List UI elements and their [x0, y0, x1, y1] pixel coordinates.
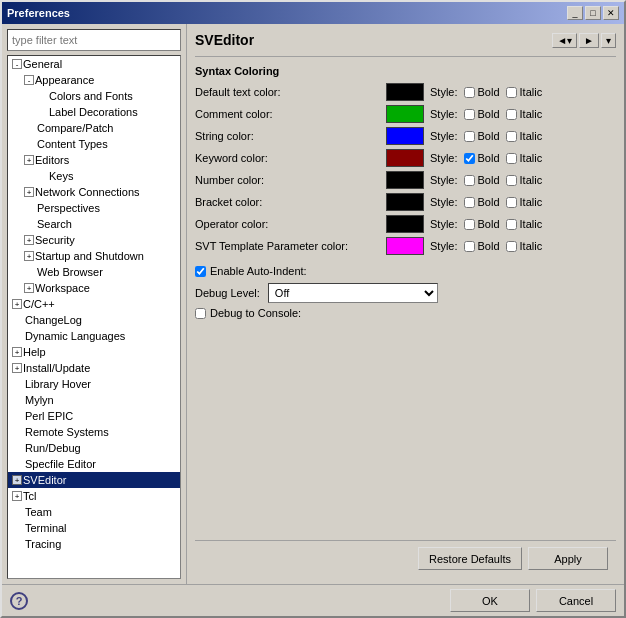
expand-icon[interactable]: +: [12, 299, 22, 309]
tree-item-label-decorations[interactable]: Label Decorations: [8, 104, 180, 120]
tree-item-tcl[interactable]: + Tcl: [8, 488, 180, 504]
ok-button[interactable]: OK: [450, 589, 530, 612]
expand-icon[interactable]: -: [12, 59, 22, 69]
tree-item-content-types[interactable]: Content Types: [8, 136, 180, 152]
color-swatch-bracket[interactable]: [386, 193, 424, 211]
expand-icon[interactable]: -: [24, 75, 34, 85]
italic-checkbox[interactable]: [506, 197, 517, 208]
auto-indent-checkbox[interactable]: [195, 266, 206, 277]
restore-defaults-button[interactable]: Restore Defaults: [418, 547, 522, 570]
tree-label: Appearance: [35, 74, 94, 86]
expand-icon[interactable]: +: [12, 491, 22, 501]
auto-indent-row: Enable Auto-Indent:: [195, 265, 616, 277]
tree-label: Workspace: [35, 282, 90, 294]
tree-item-search[interactable]: Search: [8, 216, 180, 232]
tree-item-help[interactable]: + Help: [8, 344, 180, 360]
forward-button[interactable]: ►: [579, 33, 599, 48]
minimize-button[interactable]: _: [567, 6, 583, 20]
tree-item-workspace[interactable]: + Workspace: [8, 280, 180, 296]
tree-item-install-update[interactable]: + Install/Update: [8, 360, 180, 376]
tree-item-tracing[interactable]: Tracing: [8, 536, 180, 552]
tree-item-library-hover[interactable]: Library Hover: [8, 376, 180, 392]
italic-checkbox[interactable]: [506, 241, 517, 252]
tree-item-web-browser[interactable]: Web Browser: [8, 264, 180, 280]
dropdown-button[interactable]: ▾: [601, 33, 616, 48]
italic-checkbox[interactable]: [506, 109, 517, 120]
help-icon[interactable]: ?: [10, 592, 28, 610]
bold-checkbox[interactable]: [464, 131, 475, 142]
style-label: Style:: [430, 86, 458, 98]
tree-item-terminal[interactable]: Terminal: [8, 520, 180, 536]
tree-item-startup-shutdown[interactable]: + Startup and Shutdown: [8, 248, 180, 264]
back-button[interactable]: ◄▾: [552, 33, 577, 48]
expand-icon[interactable]: +: [24, 235, 34, 245]
color-swatch-string[interactable]: [386, 127, 424, 145]
expand-icon[interactable]: +: [24, 283, 34, 293]
color-swatch-keyword[interactable]: [386, 149, 424, 167]
bold-checkbox[interactable]: [464, 241, 475, 252]
apply-button[interactable]: Apply: [528, 547, 608, 570]
filter-input[interactable]: [7, 29, 181, 51]
tree-item-keys[interactable]: Keys: [8, 168, 180, 184]
tree-item-dynamic-languages[interactable]: Dynamic Languages: [8, 328, 180, 344]
tree-item-remote-systems[interactable]: Remote Systems: [8, 424, 180, 440]
expand-icon[interactable]: +: [12, 347, 22, 357]
color-swatch-number[interactable]: [386, 171, 424, 189]
italic-checkbox-row: Italic: [506, 86, 543, 98]
expand-icon[interactable]: +: [24, 251, 34, 261]
tree-item-run-debug[interactable]: Run/Debug: [8, 440, 180, 456]
tree-item-changelog[interactable]: ChangeLog: [8, 312, 180, 328]
bold-checkbox[interactable]: [464, 153, 475, 164]
tree-item-sveditor[interactable]: + SVEditor: [8, 472, 180, 488]
italic-checkbox[interactable]: [506, 175, 517, 186]
bold-checkbox[interactable]: [464, 197, 475, 208]
italic-checkbox[interactable]: [506, 87, 517, 98]
italic-label: Italic: [520, 218, 543, 230]
tree-item-cpp[interactable]: + C/C++: [8, 296, 180, 312]
expand-icon[interactable]: +: [12, 475, 22, 485]
bold-checkbox-row: Bold: [464, 174, 500, 186]
help-question-mark: ?: [16, 595, 23, 607]
italic-checkbox[interactable]: [506, 219, 517, 230]
color-swatch-default-text[interactable]: [386, 83, 424, 101]
expand-icon[interactable]: +: [12, 363, 22, 373]
italic-checkbox[interactable]: [506, 131, 517, 142]
cancel-button[interactable]: Cancel: [536, 589, 616, 612]
italic-checkbox[interactable]: [506, 153, 517, 164]
debug-console-checkbox[interactable]: [195, 308, 206, 319]
color-label: Default text color:: [195, 86, 380, 98]
expand-icon[interactable]: +: [24, 187, 34, 197]
italic-label: Italic: [520, 174, 543, 186]
close-button[interactable]: ✕: [603, 6, 619, 20]
tree-item-mylyn[interactable]: Mylyn: [8, 392, 180, 408]
tree-item-team[interactable]: Team: [8, 504, 180, 520]
tree-item-perspectives[interactable]: Perspectives: [8, 200, 180, 216]
style-label: Style:: [430, 196, 458, 208]
bold-label: Bold: [478, 130, 500, 142]
auto-indent-label: Enable Auto-Indent:: [210, 265, 307, 277]
tree-item-perl-epic[interactable]: Perl EPIC: [8, 408, 180, 424]
tree-item-network-connections[interactable]: + Network Connections: [8, 184, 180, 200]
tree-label: Search: [24, 218, 72, 230]
tree-item-security[interactable]: + Security: [8, 232, 180, 248]
bold-checkbox[interactable]: [464, 109, 475, 120]
tree-item-editors[interactable]: + Editors: [8, 152, 180, 168]
expand-icon[interactable]: +: [24, 155, 34, 165]
bold-checkbox[interactable]: [464, 87, 475, 98]
tree-item-colors-fonts[interactable]: Colors and Fonts: [8, 88, 180, 104]
style-label: Style:: [430, 108, 458, 120]
debug-level-select[interactable]: Off Low Medium High: [268, 283, 438, 303]
right-panel: SVEditor ◄▾ ► ▾ Syntax Coloring: [187, 24, 624, 584]
tree-item-appearance[interactable]: - Appearance: [8, 72, 180, 88]
tree-item-specfile-editor[interactable]: Specfile Editor: [8, 456, 180, 472]
color-swatch-operator[interactable]: [386, 215, 424, 233]
bold-checkbox[interactable]: [464, 175, 475, 186]
color-swatch-comment[interactable]: [386, 105, 424, 123]
maximize-button[interactable]: □: [585, 6, 601, 20]
separator: [195, 56, 616, 57]
tree-item-compare-patch[interactable]: Compare/Patch: [8, 120, 180, 136]
tree-item-general[interactable]: - General: [8, 56, 180, 72]
panel-header: SVEditor ◄▾ ► ▾: [195, 32, 616, 48]
color-swatch-svt-template[interactable]: [386, 237, 424, 255]
bold-checkbox[interactable]: [464, 219, 475, 230]
